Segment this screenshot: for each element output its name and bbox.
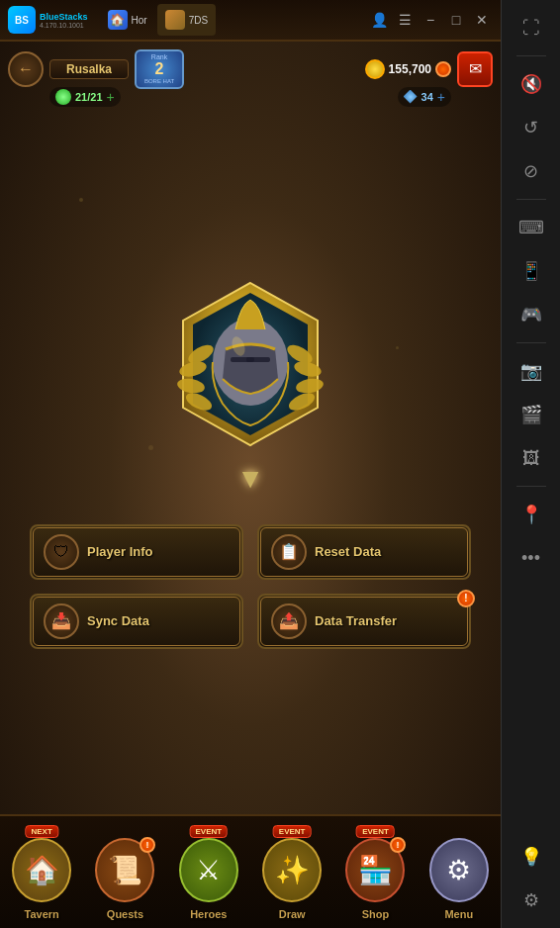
sidebar-divider-3 xyxy=(516,342,546,343)
nav-tavern-banner: NEXT xyxy=(25,825,57,838)
bluestacks-version: 4.170.10.1001 xyxy=(40,22,88,29)
button-grid: 🛡 Player Info 📋 Reset Data 📥 Sync Data 📤… xyxy=(0,524,501,649)
nav-quests[interactable]: ! 📜 Quests xyxy=(93,835,157,920)
data-transfer-label: Data Transfer xyxy=(315,613,397,628)
sidebar-more-btn[interactable]: ••• xyxy=(512,538,551,578)
knight-badge xyxy=(171,275,329,453)
knight-badge-container: ▼ xyxy=(171,275,329,505)
rank-num: 2 xyxy=(155,60,164,78)
diamond-box: 34 + xyxy=(398,87,451,107)
nav-draw-icon: ✨ xyxy=(262,838,322,902)
data-transfer-badge: ! xyxy=(457,590,475,607)
sidebar-phone-btn[interactable]: 📱 xyxy=(512,251,551,291)
top-tabs: 🏠 Hor 7DS xyxy=(96,4,360,36)
sidebar-settings-btn[interactable]: ⚙ xyxy=(512,881,551,920)
currency-display: 155,700 xyxy=(365,59,451,79)
sidebar-expand-btn[interactable]: ⛶ xyxy=(512,8,551,47)
sync-data-label: Sync Data xyxy=(87,613,149,628)
nav-heroes-banner: EVENT xyxy=(189,825,228,838)
bluestacks-icon: BS xyxy=(8,6,36,34)
mail-icon: ✉ xyxy=(469,59,482,78)
diamond-icon xyxy=(404,90,418,104)
stamina-value: 21/21 xyxy=(75,91,103,103)
nav-draw-label: Draw xyxy=(279,908,306,920)
sidebar-gallery-btn[interactable]: 🖼 xyxy=(512,438,551,478)
nav-shop[interactable]: EVENT ! 🏪 Shop xyxy=(343,835,408,920)
maximize-btn[interactable]: □ xyxy=(447,11,465,29)
right-sidebar: ⛶ 🔇 ↺ ⊘ ⌨ 📱 🎮 📷 🎬 🖼 📍 ••• 💡 ⚙ xyxy=(501,0,560,928)
close-btn[interactable]: ✕ xyxy=(473,11,491,29)
tab-game-label: 7DS xyxy=(189,15,208,26)
bluestacks-text: BlueStacks 4.170.10.1001 xyxy=(40,12,88,29)
sidebar-video-btn[interactable]: 🎬 xyxy=(512,395,551,434)
data-transfer-icon: 📤 xyxy=(271,603,307,639)
coin-icon xyxy=(365,59,385,79)
nav-draw-wrap: EVENT ✨ xyxy=(260,835,325,904)
nav-menu-label: Menu xyxy=(444,908,473,920)
nav-draw[interactable]: EVENT ✨ Draw xyxy=(260,835,325,920)
main-content: ▼ 🛡 Player Info 📋 Reset Data 📥 Sync Data xyxy=(0,114,501,809)
sidebar-location-btn[interactable]: 📍 xyxy=(512,495,551,534)
nav-heroes-wrap: EVENT ⚔ xyxy=(176,835,240,904)
tab-game[interactable]: 7DS xyxy=(157,4,216,36)
nav-shop-label: Shop xyxy=(362,908,390,920)
back-icon: ← xyxy=(18,60,34,78)
profile-btn[interactable]: 👤 xyxy=(370,11,388,29)
bluestacks-name: BlueStacks xyxy=(40,12,88,22)
data-transfer-button[interactable]: 📤 Data Transfer ! xyxy=(257,594,471,649)
player-name-box: Rusalka xyxy=(49,59,129,79)
rank-label: Rank xyxy=(151,53,167,60)
bottom-nav: NEXT 🏠 Tavern ! 📜 Quests EVENT ⚔ Heroes xyxy=(0,814,501,928)
nav-heroes-icon: ⚔ xyxy=(179,838,238,902)
sidebar-divider-1 xyxy=(516,55,546,56)
sidebar-brightness-btn[interactable]: 💡 xyxy=(512,837,551,877)
reset-data-button[interactable]: 📋 Reset Data xyxy=(257,524,471,580)
stamina-icon xyxy=(55,89,71,105)
nav-menu-icon: ⚙ xyxy=(429,838,489,902)
tab-home[interactable]: 🏠 Hor xyxy=(100,4,155,36)
nav-shop-badge: ! xyxy=(390,837,406,853)
diamond-plus-icon[interactable]: + xyxy=(437,89,445,105)
stamina-box: 21/21 + xyxy=(49,87,121,107)
home-tab-icon: 🏠 xyxy=(108,10,128,30)
nav-tavern-wrap: NEXT 🏠 xyxy=(10,835,74,904)
menu-btn[interactable]: ☰ xyxy=(396,11,414,29)
reset-data-label: Reset Data xyxy=(315,544,381,559)
sidebar-volume-btn[interactable]: 🔇 xyxy=(512,64,551,104)
game-area: BS BlueStacks 4.170.10.1001 🏠 Hor 7DS 👤 xyxy=(0,0,501,928)
sidebar-rotate-btn[interactable]: ↺ xyxy=(512,108,551,147)
nav-quests-label: Quests xyxy=(107,908,143,920)
player-name: Rusalka xyxy=(66,62,112,76)
nav-heroes-label: Heroes xyxy=(190,908,227,920)
player-info-button[interactable]: 🛡 Player Info xyxy=(30,524,243,580)
stamina-plus-icon[interactable]: + xyxy=(107,89,115,105)
top-bar: BS BlueStacks 4.170.10.1001 🏠 Hor 7DS 👤 xyxy=(0,0,501,42)
sync-data-icon: 📥 xyxy=(44,603,79,639)
badge-svg xyxy=(171,275,329,453)
tab-home-label: Hor xyxy=(132,15,147,26)
sidebar-camera-btn[interactable]: 📷 xyxy=(512,351,551,391)
sidebar-divider-2 xyxy=(516,199,546,200)
nav-heroes[interactable]: EVENT ⚔ Heroes xyxy=(176,835,240,920)
sidebar-gamepad-btn[interactable]: 🎮 xyxy=(512,295,551,334)
game-tab-icon xyxy=(165,10,185,30)
top-controls: 👤 ☰ − □ ✕ xyxy=(360,11,501,29)
nav-tavern-label: Tavern xyxy=(25,908,59,920)
reset-data-icon: 📋 xyxy=(271,534,307,570)
bluestacks-logo: BS BlueStacks 4.170.10.1001 xyxy=(0,6,96,34)
player-info-label: Player Info xyxy=(87,544,152,559)
currency-value: 155,700 xyxy=(389,62,431,76)
nav-tavern[interactable]: NEXT 🏠 Tavern xyxy=(10,835,74,920)
sidebar-divider-4 xyxy=(516,486,546,487)
sidebar-slash-btn[interactable]: ⊘ xyxy=(512,151,551,191)
diamond-value: 34 xyxy=(421,91,433,103)
player-info-icon: 🛡 xyxy=(44,534,79,570)
nav-draw-banner: EVENT xyxy=(273,825,312,838)
sidebar-keyboard-btn[interactable]: ⌨ xyxy=(512,208,551,247)
minimize-btn[interactable]: − xyxy=(421,11,439,29)
flame-icon xyxy=(435,61,451,77)
sync-data-button[interactable]: 📥 Sync Data xyxy=(30,594,243,649)
svg-rect-12 xyxy=(246,357,270,362)
bluestacks-frame: BS BlueStacks 4.170.10.1001 🏠 Hor 7DS 👤 xyxy=(0,0,560,928)
nav-menu[interactable]: ⚙ Menu xyxy=(426,835,491,920)
